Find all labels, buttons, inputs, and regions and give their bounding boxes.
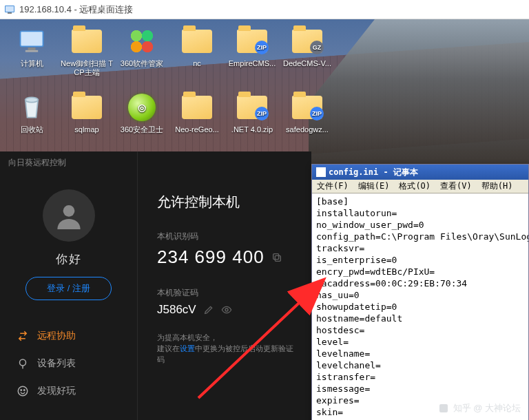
svg-rect-4: [28, 48, 36, 50]
svg-point-14: [225, 308, 228, 311]
menu-format[interactable]: 格式(O): [394, 180, 435, 192]
menu-view[interactable]: 查看(V): [435, 180, 477, 192]
smile-icon: [17, 385, 29, 397]
icon-safedogwz[interactable]: ZIP safedogwz...: [281, 91, 333, 154]
watermark: 知乎 @ 大神论坛: [438, 402, 521, 414]
rdp-title-text: 192.168.10.4 - 远程桌面连接: [19, 3, 133, 16]
icon-label: 回收站: [21, 125, 43, 134]
pin-icon: [17, 357, 29, 370]
svg-rect-2: [8, 12, 12, 14]
svg-point-7: [63, 205, 74, 217]
icon-label: DedeCMS-V...: [283, 59, 331, 68]
icon-label: 360软件管家: [121, 59, 163, 68]
notepad-titlebar[interactable]: config.ini - 记事本: [312, 165, 528, 180]
sunlogin-menu: 远程协助 设备列表 发现好玩: [0, 322, 137, 405]
icon-label: nc: [193, 59, 201, 68]
svg-rect-5: [25, 50, 38, 52]
notepad-menubar: 文件(F) 编辑(E) 格式(O) 查看(V) 帮助(H): [312, 180, 528, 193]
menu-label: 设备列表: [37, 357, 76, 370]
sunlogin-sidebar: 向日葵远程控制 你好 登录 / 注册 远程协助 设备列表 发现好玩: [0, 151, 138, 420]
svg-rect-12: [275, 255, 280, 261]
sunlogin-title: 向日葵远程控制: [0, 151, 137, 174]
svg-rect-1: [6, 6, 14, 12]
id-label: 本机识别码: [157, 231, 298, 242]
watermark-text: 知乎 @ 大神论坛: [453, 402, 521, 414]
svg-point-10: [21, 390, 22, 391]
sunlogin-window: 向日葵远程控制 你好 登录 / 注册 远程协助 设备列表 发现好玩: [0, 151, 311, 420]
security-tip: 为提高本机安全， 建议在设置中更换为被控后启动更新验证码: [157, 332, 298, 365]
gz-icon: GZ: [291, 25, 324, 58]
icon-360softmgr[interactable]: 360软件管家: [116, 25, 168, 88]
icon-360safe[interactable]: ◎ 360安全卫士: [116, 91, 168, 154]
icon-empirecms[interactable]: ZIP EmpireCMS...: [226, 25, 278, 88]
folder-icon: [180, 25, 214, 58]
360-icon: ◎: [125, 91, 158, 124]
computer-icon: [15, 25, 48, 58]
svg-point-6: [25, 97, 38, 102]
rdp-icon: [4, 4, 15, 15]
allow-control-heading: 允许控制本机: [157, 193, 298, 211]
copy-icon[interactable]: [271, 252, 282, 263]
menu-help[interactable]: 帮助(H): [477, 180, 518, 192]
icon-dedecms[interactable]: GZ DedeCMS-V...: [281, 25, 333, 88]
notepad-window[interactable]: config.ini - 记事本 文件(F) 编辑(E) 格式(O) 查看(V)…: [311, 164, 529, 420]
desktop-icon-grid: 计算机 New御剑扫描 TCP主端 360软件管家 nc ZIP EmpireC…: [6, 25, 390, 154]
notepad-content[interactable]: [base] installautorun= no_window_user_pw…: [312, 193, 528, 420]
menu-remote-assist[interactable]: 远程协助: [0, 322, 137, 350]
icon-label: New御剑扫描 TCP主端: [61, 59, 113, 77]
avatar[interactable]: [43, 189, 95, 242]
svg-rect-13: [273, 253, 278, 259]
id-value: 234 699 400: [157, 246, 264, 268]
rdp-title-bar: 192.168.10.4 - 远程桌面连接: [0, 0, 529, 19]
recyclebin-icon: [15, 91, 48, 124]
menu-file[interactable]: 文件(F): [312, 180, 353, 192]
zip-icon: ZIP: [236, 91, 269, 124]
verify-value: J586cV: [157, 303, 196, 317]
login-register-button[interactable]: 登录 / 注册: [25, 277, 112, 300]
hello-text: 你好: [56, 251, 82, 267]
icon-sqlmap[interactable]: sqlmap: [61, 91, 113, 154]
menu-label: 发现好玩: [37, 385, 76, 397]
sunlogin-main: 允许控制本机 本机识别码 234 699 400 本机验证码 J586cV 为提…: [138, 151, 311, 420]
svg-point-8: [20, 359, 26, 366]
icon-nc[interactable]: nc: [171, 25, 223, 88]
icon-newyujian[interactable]: New御剑扫描 TCP主端: [61, 25, 113, 88]
folder-icon: [70, 25, 103, 58]
user-icon: [55, 202, 83, 229]
menu-edit[interactable]: 编辑(E): [353, 180, 395, 192]
settings-link[interactable]: 设置: [180, 344, 195, 353]
icon-label: Neo-reGeo...: [175, 125, 219, 134]
icon-label: .NET 4.0.zip: [231, 125, 273, 134]
verify-label: 本机验证码: [157, 287, 298, 299]
icon-label: sqlmap: [74, 125, 98, 134]
menu-discover[interactable]: 发现好玩: [0, 377, 137, 405]
machine-id: 234 699 400: [157, 246, 298, 268]
menu-device-list[interactable]: 设备列表: [0, 350, 137, 377]
icon-recycle-bin[interactable]: 回收站: [6, 91, 58, 154]
notepad-icon: [316, 167, 326, 177]
svg-rect-3: [21, 31, 43, 46]
icon-computer[interactable]: 计算机: [6, 25, 58, 88]
svg-rect-16: [439, 404, 448, 412]
folder-icon: [180, 91, 214, 124]
menu-label: 远程协助: [37, 330, 76, 342]
icon-label: safedogwz...: [286, 125, 329, 134]
eye-icon[interactable]: [221, 304, 232, 315]
svg-point-9: [18, 386, 28, 396]
svg-point-11: [24, 390, 25, 391]
zip-icon: ZIP: [291, 91, 324, 124]
icon-label: 计算机: [21, 59, 43, 68]
icon-label: 360安全卫士: [121, 125, 163, 134]
remote-desktop: 计算机 New御剑扫描 TCP主端 360软件管家 nc ZIP EmpireC…: [0, 19, 529, 420]
icon-label: EmpireCMS...: [229, 59, 276, 68]
icon-net40[interactable]: ZIP .NET 4.0.zip: [226, 91, 278, 154]
verify-code: J586cV: [157, 303, 298, 317]
notepad-title-text: config.ini - 记事本: [329, 167, 418, 178]
zip-icon: ZIP: [236, 25, 269, 58]
edit-icon[interactable]: [203, 304, 214, 315]
swap-icon: [17, 330, 29, 342]
flower-icon: [125, 25, 158, 58]
icon-neoregeo[interactable]: Neo-reGeo...: [171, 91, 223, 154]
folder-icon: [70, 91, 103, 124]
zhihu-icon: [438, 403, 449, 414]
